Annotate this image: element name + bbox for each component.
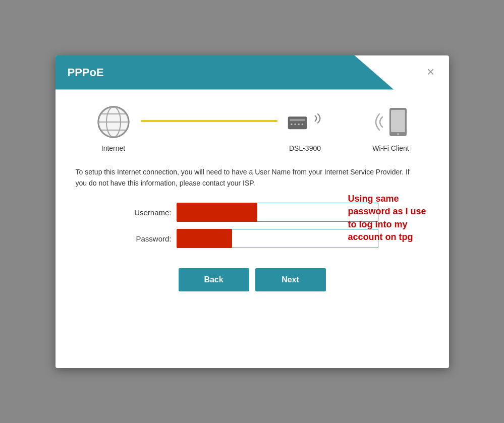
- globe-icon: [95, 104, 132, 140]
- network-connector: [141, 120, 277, 122]
- svg-point-10: [294, 123, 296, 125]
- dialog-body: Internet: [55, 90, 449, 316]
- wifi-client-icon: [373, 104, 409, 140]
- back-button[interactable]: Back: [179, 268, 249, 291]
- router-icon: [287, 104, 323, 140]
- router-label: DSL-3900: [289, 144, 321, 152]
- password-label: Password:: [126, 234, 172, 243]
- network-diagram: Internet: [76, 104, 429, 152]
- credentials-form: Username: Password:: [126, 203, 378, 248]
- svg-point-9: [291, 123, 293, 125]
- svg-point-6: [98, 107, 129, 137]
- svg-rect-14: [391, 110, 405, 132]
- svg-point-12: [301, 123, 303, 125]
- password-row: Password:: [126, 229, 378, 248]
- wifi-client-item: Wi-Fi Client: [363, 104, 419, 152]
- internet-label: Internet: [101, 144, 125, 152]
- wifi-client-label: Wi-Fi Client: [372, 144, 409, 152]
- button-row: Back Next: [76, 268, 429, 301]
- pppoe-dialog: PPPoE × Intern: [55, 55, 449, 368]
- dialog-title: PPPoE: [68, 66, 104, 79]
- username-label: Username:: [126, 208, 172, 217]
- close-button[interactable]: ×: [423, 64, 439, 80]
- description-text: To setup this Internet connection, you w…: [76, 166, 419, 189]
- annotation-text: Using same password as I use to log into…: [348, 193, 434, 244]
- dialog-header: PPPoE: [55, 55, 449, 90]
- svg-point-15: [397, 133, 399, 135]
- next-button[interactable]: Next: [255, 268, 326, 291]
- svg-point-11: [298, 123, 300, 125]
- router-item: DSL-3900: [277, 104, 333, 152]
- svg-rect-7: [288, 116, 306, 129]
- internet-item: Internet: [86, 104, 141, 152]
- username-row: Username:: [126, 203, 378, 222]
- svg-rect-8: [290, 118, 305, 120]
